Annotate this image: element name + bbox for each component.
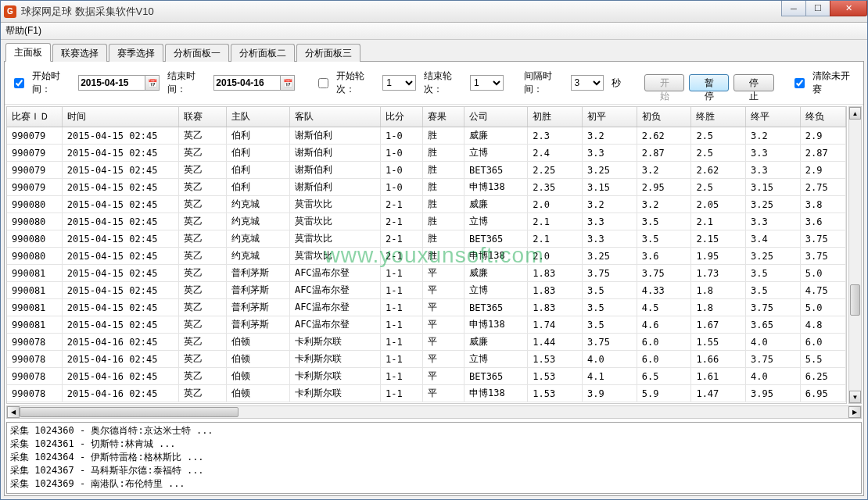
interval-select[interactable]: 3 [571,75,604,91]
table-cell: 莫雷坎比 [289,248,380,265]
column-header[interactable]: 初负 [637,107,691,127]
tab-分析面板三[interactable]: 分析面板三 [296,44,360,62]
clear-unstarted-label: 清除未开赛 [812,70,854,96]
table-cell: 4.0 [583,351,637,368]
table-cell: 3.75 [583,334,637,351]
table-cell: 伯利 [226,179,289,196]
table-row[interactable]: 9900792015-04-15 02:45英乙伯利谢斯伯利1-0胜BET365… [7,162,846,179]
start-round-select[interactable]: 1 [382,75,416,91]
table-row[interactable]: 9900792015-04-15 02:45英乙伯利谢斯伯利1-0胜立博2.43… [7,145,846,162]
table-cell: 2015-04-15 02:45 [62,127,178,145]
menu-help[interactable]: 帮助(F1) [5,24,41,38]
table-row[interactable]: 9900812015-04-15 02:45英乙普利茅斯AFC温布尔登1-1平立… [7,282,846,299]
table-row[interactable]: 9900782015-04-16 02:45英乙伯顿卡利斯尔联1-1平BET36… [7,368,846,385]
table-row[interactable]: 9900792015-04-15 02:45英乙伯利谢斯伯利1-0胜威廉2.33… [7,127,846,145]
table-container: 比赛ＩＤ时间联赛主队客队比分赛果公司初胜初平初负终胜终平终负 990079201… [5,105,863,405]
table-cell: 3.2 [746,127,801,145]
table-cell: 3.3 [583,213,637,230]
table-cell: 平 [422,299,464,316]
column-header[interactable]: 赛果 [422,107,464,127]
table-cell: AFC温布尔登 [289,316,380,334]
tab-主面板[interactable]: 主面板 [5,43,51,62]
table-cell: 2015-04-15 02:45 [62,299,178,316]
horizontal-scrollbar[interactable]: ◀ ▶ [6,405,862,419]
start-time-input[interactable] [78,75,145,91]
column-header[interactable]: 时间 [62,107,178,127]
table-cell: 英乙 [179,334,226,351]
tab-分析面板一[interactable]: 分析面板一 [165,44,229,62]
table-row[interactable]: 9900792015-04-15 02:45英乙伯利谢斯伯利1-0胜申博1382… [7,179,846,196]
column-header[interactable]: 客队 [289,107,380,127]
table-cell: 约克城 [226,248,289,265]
table-cell: 胜 [422,248,464,265]
table-cell: 990080 [7,230,62,248]
table-cell: AFC温布尔登 [289,282,380,299]
end-round-select[interactable]: 1 [470,75,504,91]
table-cell: 4.5 [637,299,691,316]
tab-赛季选择[interactable]: 赛季选择 [109,44,163,62]
vertical-scrollbar[interactable]: ▲ ▼ [848,106,862,404]
column-header[interactable]: 公司 [464,107,527,127]
column-header[interactable]: 主队 [226,107,289,127]
start-round-checkbox[interactable] [318,78,328,88]
stop-button[interactable]: 停止 [733,74,773,91]
column-header[interactable]: 比分 [381,107,422,127]
table-cell: 5.9 [637,385,691,402]
vscroll-thumb[interactable] [850,284,860,316]
scroll-right-icon[interactable]: ▶ [848,406,861,418]
scroll-up-icon[interactable]: ▲ [849,107,861,120]
main-panel: 开始时间： 📅 结束时间： 📅 开始轮次： 1 结束轮次： [4,62,864,496]
app-icon: G [4,5,16,18]
end-time-picker-icon[interactable]: 📅 [281,75,295,91]
clear-unstarted-checkbox[interactable] [794,78,805,88]
table-cell: 4.8 [800,316,845,334]
column-header[interactable]: 比赛ＩＤ [7,107,62,127]
table-cell: 1-1 [381,282,422,299]
pause-button[interactable]: 暂停 [689,74,729,91]
table-row[interactable]: 9900782015-04-16 02:45英乙伯顿卡利斯尔联1-1平申博138… [7,385,846,402]
table-cell: 2.62 [637,127,691,145]
maximize-button[interactable]: ☐ [805,1,830,16]
hscroll-thumb[interactable] [20,407,239,417]
close-button[interactable]: ✕ [830,1,867,16]
tab-分析面板二[interactable]: 分析面板二 [231,44,295,62]
table-row[interactable]: 9900812015-04-15 02:45英乙普利茅斯AFC温布尔登1-1平威… [7,265,846,282]
table-row[interactable]: 9900802015-04-15 02:45英乙约克城莫雷坎比2-1胜立博2.1… [7,213,846,230]
table-cell: 谢斯伯利 [289,162,380,179]
table-row[interactable]: 9900802015-04-15 02:45英乙约克城莫雷坎比2-1胜威廉2.0… [7,196,846,213]
table-cell: 990080 [7,213,62,230]
minimize-button[interactable]: ─ [781,1,806,16]
table-cell: 2.0 [528,248,583,265]
table-row[interactable]: 9900812015-04-15 02:45英乙普利茅斯AFC温布尔登1-1平申… [7,316,846,334]
end-time-input[interactable] [213,75,281,91]
column-header[interactable]: 联赛 [179,107,226,127]
column-header[interactable]: 初平 [583,107,637,127]
table-row[interactable]: 9900782015-04-16 02:45英乙伯顿卡利斯尔联1-1平威廉1.4… [7,334,846,351]
end-time-label: 结束时间： [167,70,209,96]
titlebar: G 球探网足球 数据采集软件V10 ─ ☐ ✕ [1,1,867,23]
table-row[interactable]: 9900782015-04-16 02:45英乙伯顿卡利斯尔联1-1平立博1.5… [7,351,846,368]
table-row[interactable]: 9900802015-04-15 02:45英乙约克城莫雷坎比2-1胜BET36… [7,230,846,248]
table-cell: 990079 [7,127,62,145]
table-cell: 普利茅斯 [226,282,289,299]
table-cell: 990081 [7,316,62,334]
table-cell: 1.53 [528,368,583,385]
column-header[interactable]: 终平 [746,107,801,127]
table-row[interactable]: 9900802015-04-15 02:45英乙约克城莫雷坎比2-1胜申博138… [7,248,846,265]
table-row[interactable]: 9900812015-04-15 02:45英乙普利茅斯AFC温布尔登1-1平B… [7,299,846,316]
table-cell: 2.0 [528,196,583,213]
scroll-left-icon[interactable]: ◀ [7,406,20,418]
table-cell: 3.2 [583,196,637,213]
start-time-picker-icon[interactable]: 📅 [145,75,160,91]
table-cell: 英乙 [179,127,226,145]
scroll-down-icon[interactable]: ▼ [849,391,861,403]
table-cell: 伯利 [226,145,289,162]
start-button[interactable]: 开始 [644,74,684,91]
column-header[interactable]: 初胜 [528,107,583,127]
table-cell: BET365 [464,162,527,179]
table-cell: 2.5 [691,127,746,145]
column-header[interactable]: 终胜 [691,107,746,127]
start-time-checkbox[interactable] [14,78,24,88]
tab-联赛选择[interactable]: 联赛选择 [52,44,107,62]
column-header[interactable]: 终负 [800,107,845,127]
